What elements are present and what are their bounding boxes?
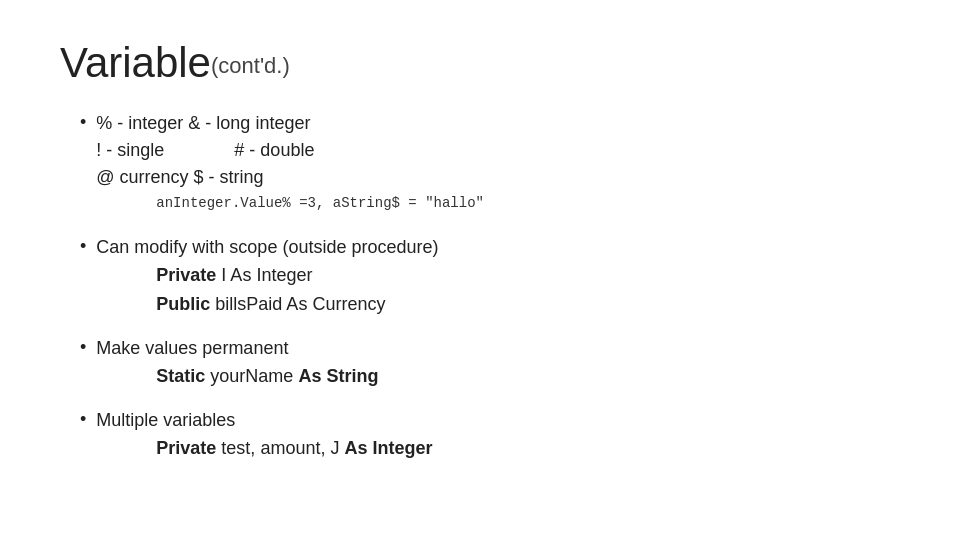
bullet-marker-2: • — [80, 236, 86, 257]
bullet-permanent: • Make values permanent Static yourName … — [80, 335, 900, 391]
slide-title: Variable(cont'd.) — [60, 40, 900, 86]
bullet-marker-1: • — [80, 112, 86, 133]
bullet-type-suffixes: • % - integer & - long integer ! - singl… — [80, 110, 900, 218]
bullet-marker-4: • — [80, 409, 86, 430]
keyword-private-2: Private — [156, 438, 216, 458]
permanent-intro: Make values permanent — [96, 338, 288, 358]
type-line-1: % - integer & - long integer — [96, 113, 310, 133]
multiple-intro: Multiple variables — [96, 410, 235, 430]
multiple-line: Private test, amount, J As Integer — [96, 434, 432, 463]
title-subtitle: (cont'd.) — [211, 53, 290, 78]
slide-content: • % - integer & - long integer ! - singl… — [60, 110, 900, 462]
bullet-text-4: Multiple variables Private test, amount,… — [96, 407, 432, 463]
bullet-scope: • Can modify with scope (outside procedu… — [80, 234, 900, 319]
type-as-string: As String — [298, 366, 378, 386]
type-as-integer: As Integer — [344, 438, 432, 458]
bullet-multiple: • Multiple variables Private test, amoun… — [80, 407, 900, 463]
bullet-text-2: Can modify with scope (outside procedure… — [96, 234, 438, 319]
title-main: Variable — [60, 39, 211, 86]
keyword-public: Public — [156, 294, 210, 314]
static-line: Static yourName As String — [96, 362, 378, 391]
scope-private: Private I As Integer — [96, 261, 438, 290]
code-example-1: anInteger.Value% =3, aString$ = "hallo" — [96, 193, 484, 214]
type-line-2: ! - single # - double — [96, 140, 314, 160]
keyword-static: Static — [156, 366, 205, 386]
type-line-3: @ currency $ - string — [96, 167, 263, 187]
bullet-text-3: Make values permanent Static yourName As… — [96, 335, 378, 391]
scope-intro: Can modify with scope (outside procedure… — [96, 237, 438, 257]
slide: Variable(cont'd.) • % - integer & - long… — [0, 0, 960, 540]
bullet-text-1: % - integer & - long integer ! - single … — [96, 110, 484, 218]
bullet-marker-3: • — [80, 337, 86, 358]
keyword-private: Private — [156, 265, 216, 285]
scope-public: Public billsPaid As Currency — [96, 290, 438, 319]
